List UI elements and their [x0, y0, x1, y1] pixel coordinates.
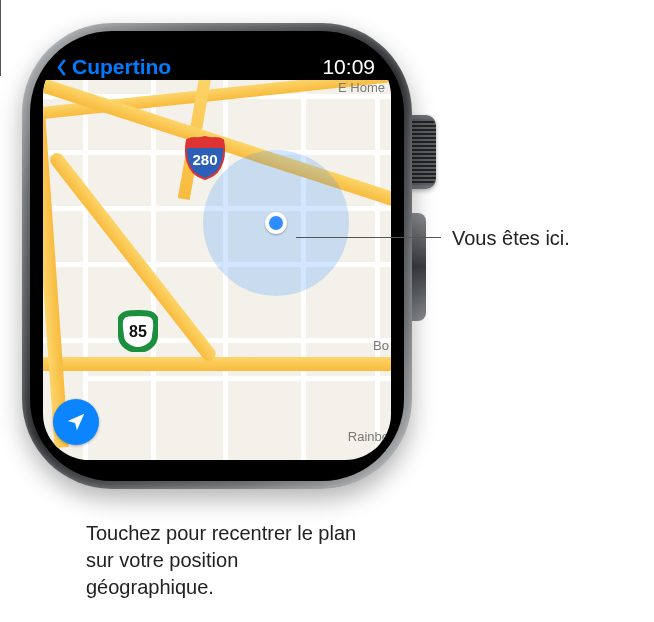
street-label: Bo — [373, 338, 389, 353]
callout-locate: Touchez pour recentrer le plan sur votre… — [86, 520, 366, 601]
svg-text:280: 280 — [192, 151, 217, 168]
status-bar: Cupertino 10:09 — [43, 52, 391, 82]
side-button[interactable] — [410, 213, 426, 321]
map-view[interactable]: 280 85 E Home Bo Rainbo — [43, 80, 391, 460]
svg-text:85: 85 — [129, 323, 147, 340]
locate-button[interactable] — [53, 399, 99, 445]
clock: 10:09 — [322, 55, 375, 79]
back-title: Cupertino — [72, 55, 171, 79]
interstate-shield-icon: 280 — [183, 134, 227, 180]
watch-screen: Cupertino 10:09 280 — [43, 50, 391, 460]
state-route-shield-icon: 85 — [118, 310, 158, 352]
callout-leader — [296, 237, 441, 238]
callout-leader — [0, 0, 1, 76]
digital-crown[interactable] — [410, 115, 436, 189]
callout-here: Vous êtes ici. — [452, 225, 642, 252]
current-location-dot — [265, 212, 287, 234]
location-arrow-icon — [65, 411, 87, 433]
street-label: E Home — [338, 80, 385, 95]
back-button[interactable]: Cupertino — [53, 55, 171, 79]
